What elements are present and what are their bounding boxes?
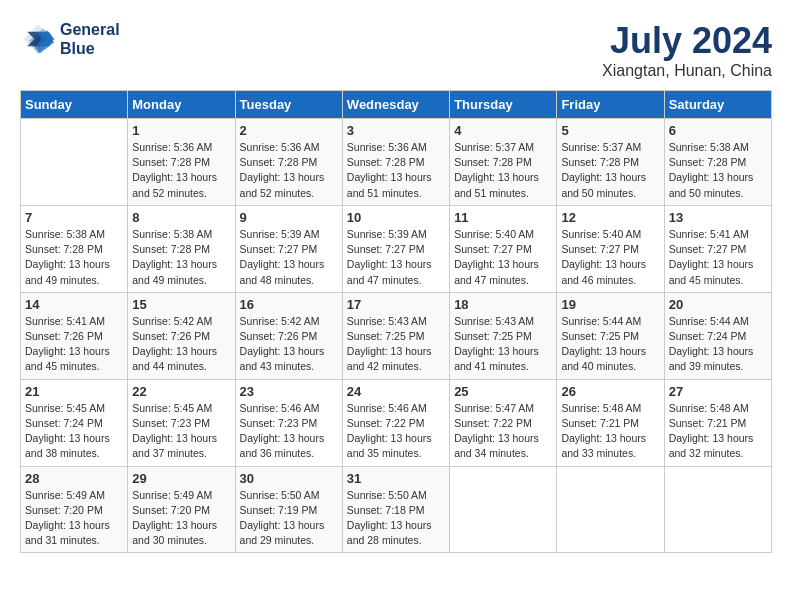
day-info: Sunrise: 5:44 AM Sunset: 7:24 PM Dayligh… [669,314,767,375]
day-number: 8 [132,210,230,225]
day-number: 22 [132,384,230,399]
calendar-cell: 3Sunrise: 5:36 AM Sunset: 7:28 PM Daylig… [342,119,449,206]
calendar-cell: 9Sunrise: 5:39 AM Sunset: 7:27 PM Daylig… [235,205,342,292]
day-info: Sunrise: 5:39 AM Sunset: 7:27 PM Dayligh… [240,227,338,288]
day-info: Sunrise: 5:44 AM Sunset: 7:25 PM Dayligh… [561,314,659,375]
location-subtitle: Xiangtan, Hunan, China [602,62,772,80]
day-number: 3 [347,123,445,138]
page-header: General Blue July 2024 Xiangtan, Hunan, … [20,20,772,80]
day-info: Sunrise: 5:45 AM Sunset: 7:23 PM Dayligh… [132,401,230,462]
column-header-thursday: Thursday [450,91,557,119]
calendar-cell: 26Sunrise: 5:48 AM Sunset: 7:21 PM Dayli… [557,379,664,466]
column-header-friday: Friday [557,91,664,119]
week-row-1: 1Sunrise: 5:36 AM Sunset: 7:28 PM Daylig… [21,119,772,206]
day-info: Sunrise: 5:36 AM Sunset: 7:28 PM Dayligh… [240,140,338,201]
calendar-cell: 31Sunrise: 5:50 AM Sunset: 7:18 PM Dayli… [342,466,449,553]
day-number: 29 [132,471,230,486]
day-info: Sunrise: 5:37 AM Sunset: 7:28 PM Dayligh… [454,140,552,201]
day-info: Sunrise: 5:40 AM Sunset: 7:27 PM Dayligh… [454,227,552,288]
day-number: 1 [132,123,230,138]
day-number: 30 [240,471,338,486]
day-number: 2 [240,123,338,138]
day-number: 11 [454,210,552,225]
day-number: 31 [347,471,445,486]
calendar-cell: 1Sunrise: 5:36 AM Sunset: 7:28 PM Daylig… [128,119,235,206]
logo-icon [20,21,56,57]
column-header-tuesday: Tuesday [235,91,342,119]
calendar-cell: 10Sunrise: 5:39 AM Sunset: 7:27 PM Dayli… [342,205,449,292]
week-row-5: 28Sunrise: 5:49 AM Sunset: 7:20 PM Dayli… [21,466,772,553]
calendar-cell: 6Sunrise: 5:38 AM Sunset: 7:28 PM Daylig… [664,119,771,206]
day-info: Sunrise: 5:46 AM Sunset: 7:22 PM Dayligh… [347,401,445,462]
calendar-table: SundayMondayTuesdayWednesdayThursdayFrid… [20,90,772,553]
header-row: SundayMondayTuesdayWednesdayThursdayFrid… [21,91,772,119]
day-info: Sunrise: 5:49 AM Sunset: 7:20 PM Dayligh… [132,488,230,549]
day-number: 12 [561,210,659,225]
day-info: Sunrise: 5:50 AM Sunset: 7:18 PM Dayligh… [347,488,445,549]
day-info: Sunrise: 5:38 AM Sunset: 7:28 PM Dayligh… [25,227,123,288]
calendar-cell [450,466,557,553]
day-number: 15 [132,297,230,312]
day-info: Sunrise: 5:38 AM Sunset: 7:28 PM Dayligh… [132,227,230,288]
calendar-cell: 15Sunrise: 5:42 AM Sunset: 7:26 PM Dayli… [128,292,235,379]
day-info: Sunrise: 5:43 AM Sunset: 7:25 PM Dayligh… [454,314,552,375]
day-info: Sunrise: 5:46 AM Sunset: 7:23 PM Dayligh… [240,401,338,462]
day-number: 13 [669,210,767,225]
day-info: Sunrise: 5:36 AM Sunset: 7:28 PM Dayligh… [347,140,445,201]
calendar-cell: 19Sunrise: 5:44 AM Sunset: 7:25 PM Dayli… [557,292,664,379]
day-info: Sunrise: 5:41 AM Sunset: 7:27 PM Dayligh… [669,227,767,288]
day-number: 6 [669,123,767,138]
day-number: 25 [454,384,552,399]
calendar-cell [664,466,771,553]
title-area: July 2024 Xiangtan, Hunan, China [602,20,772,80]
day-number: 18 [454,297,552,312]
calendar-cell: 25Sunrise: 5:47 AM Sunset: 7:22 PM Dayli… [450,379,557,466]
day-info: Sunrise: 5:38 AM Sunset: 7:28 PM Dayligh… [669,140,767,201]
calendar-cell: 18Sunrise: 5:43 AM Sunset: 7:25 PM Dayli… [450,292,557,379]
column-header-saturday: Saturday [664,91,771,119]
day-info: Sunrise: 5:45 AM Sunset: 7:24 PM Dayligh… [25,401,123,462]
calendar-cell: 13Sunrise: 5:41 AM Sunset: 7:27 PM Dayli… [664,205,771,292]
day-number: 16 [240,297,338,312]
day-number: 17 [347,297,445,312]
calendar-cell: 12Sunrise: 5:40 AM Sunset: 7:27 PM Dayli… [557,205,664,292]
column-header-sunday: Sunday [21,91,128,119]
day-info: Sunrise: 5:48 AM Sunset: 7:21 PM Dayligh… [669,401,767,462]
column-header-monday: Monday [128,91,235,119]
week-row-3: 14Sunrise: 5:41 AM Sunset: 7:26 PM Dayli… [21,292,772,379]
day-info: Sunrise: 5:41 AM Sunset: 7:26 PM Dayligh… [25,314,123,375]
calendar-cell: 27Sunrise: 5:48 AM Sunset: 7:21 PM Dayli… [664,379,771,466]
day-number: 24 [347,384,445,399]
calendar-cell: 22Sunrise: 5:45 AM Sunset: 7:23 PM Dayli… [128,379,235,466]
calendar-cell: 21Sunrise: 5:45 AM Sunset: 7:24 PM Dayli… [21,379,128,466]
day-info: Sunrise: 5:39 AM Sunset: 7:27 PM Dayligh… [347,227,445,288]
calendar-cell: 29Sunrise: 5:49 AM Sunset: 7:20 PM Dayli… [128,466,235,553]
week-row-2: 7Sunrise: 5:38 AM Sunset: 7:28 PM Daylig… [21,205,772,292]
calendar-cell: 17Sunrise: 5:43 AM Sunset: 7:25 PM Dayli… [342,292,449,379]
calendar-cell: 24Sunrise: 5:46 AM Sunset: 7:22 PM Dayli… [342,379,449,466]
month-year-title: July 2024 [602,20,772,62]
calendar-cell: 5Sunrise: 5:37 AM Sunset: 7:28 PM Daylig… [557,119,664,206]
calendar-cell: 30Sunrise: 5:50 AM Sunset: 7:19 PM Dayli… [235,466,342,553]
calendar-cell: 8Sunrise: 5:38 AM Sunset: 7:28 PM Daylig… [128,205,235,292]
day-info: Sunrise: 5:47 AM Sunset: 7:22 PM Dayligh… [454,401,552,462]
day-number: 4 [454,123,552,138]
day-info: Sunrise: 5:36 AM Sunset: 7:28 PM Dayligh… [132,140,230,201]
calendar-header: SundayMondayTuesdayWednesdayThursdayFrid… [21,91,772,119]
day-number: 19 [561,297,659,312]
calendar-cell: 16Sunrise: 5:42 AM Sunset: 7:26 PM Dayli… [235,292,342,379]
calendar-cell: 23Sunrise: 5:46 AM Sunset: 7:23 PM Dayli… [235,379,342,466]
day-info: Sunrise: 5:40 AM Sunset: 7:27 PM Dayligh… [561,227,659,288]
day-number: 28 [25,471,123,486]
day-info: Sunrise: 5:48 AM Sunset: 7:21 PM Dayligh… [561,401,659,462]
day-number: 23 [240,384,338,399]
calendar-cell: 2Sunrise: 5:36 AM Sunset: 7:28 PM Daylig… [235,119,342,206]
calendar-cell: 7Sunrise: 5:38 AM Sunset: 7:28 PM Daylig… [21,205,128,292]
calendar-cell: 14Sunrise: 5:41 AM Sunset: 7:26 PM Dayli… [21,292,128,379]
calendar-cell [21,119,128,206]
day-number: 10 [347,210,445,225]
logo-text: General Blue [60,20,120,58]
logo-line1: General [60,21,120,38]
day-info: Sunrise: 5:37 AM Sunset: 7:28 PM Dayligh… [561,140,659,201]
calendar-cell: 4Sunrise: 5:37 AM Sunset: 7:28 PM Daylig… [450,119,557,206]
